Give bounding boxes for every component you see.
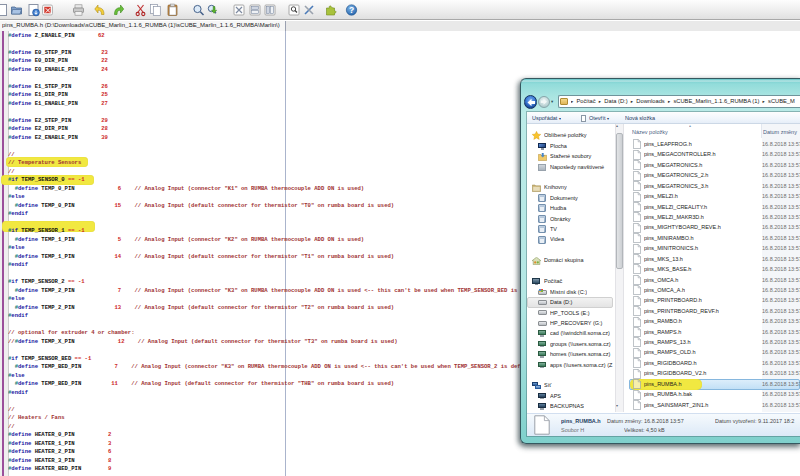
svg-text:?: ? bbox=[349, 5, 354, 15]
